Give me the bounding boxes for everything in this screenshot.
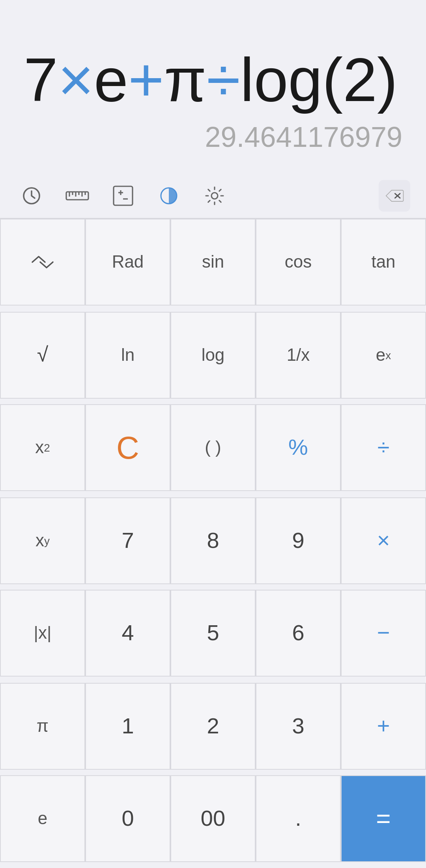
9-button[interactable]: 9 (256, 497, 341, 584)
abs-button[interactable]: |x| (0, 590, 85, 677)
plusminus-icon[interactable] (107, 180, 139, 212)
5-button[interactable]: 5 (170, 590, 256, 677)
7-button[interactable]: 7 (85, 497, 170, 584)
result-display: 29.4641176979 (24, 114, 402, 166)
tan-button[interactable]: tan (341, 219, 426, 306)
toolbar (0, 174, 426, 219)
clear-button[interactable]: C (85, 404, 170, 491)
1-button[interactable]: 1 (85, 682, 170, 769)
calc-grid: Rad sin cos tan √ ln log 1/x ex x2 C ( )… (0, 219, 426, 868)
3-button[interactable]: 3 (256, 682, 341, 769)
6-button[interactable]: 6 (256, 590, 341, 677)
expr-e: e (94, 45, 128, 114)
svg-rect-8 (114, 186, 133, 205)
expr-div: ÷ (206, 45, 240, 114)
settings-icon[interactable] (199, 180, 230, 212)
add-button[interactable]: + (341, 682, 426, 769)
cos-button[interactable]: cos (256, 219, 341, 306)
double-zero-button[interactable]: 00 (170, 775, 256, 862)
decimal-button[interactable]: . (256, 775, 341, 862)
euler-button[interactable]: e (0, 775, 85, 862)
exp-button[interactable]: ex (341, 311, 426, 398)
calculator-app: 7×e+π÷log(2) 29.4641176979 (0, 0, 426, 868)
expr-times: × (58, 45, 94, 114)
shift-button[interactable] (0, 219, 85, 306)
expr-plus: + (128, 45, 164, 114)
ln-button[interactable]: ln (85, 311, 170, 398)
2-button[interactable]: 2 (170, 682, 256, 769)
sqrt-button[interactable]: √ (0, 311, 85, 398)
equals-button[interactable]: = (341, 775, 426, 862)
theme-icon[interactable] (153, 180, 185, 212)
pi-button[interactable]: π (0, 682, 85, 769)
log-button[interactable]: log (170, 311, 256, 398)
expression: 7×e+π÷log(2) (24, 47, 402, 114)
0-button[interactable]: 0 (85, 775, 170, 862)
parentheses-button[interactable]: ( ) (170, 404, 256, 491)
expr-7: 7 (24, 45, 58, 114)
rad-button[interactable]: Rad (85, 219, 170, 306)
history-icon[interactable] (16, 180, 47, 212)
multiply-button[interactable]: × (341, 497, 426, 584)
backspace-button[interactable] (379, 180, 410, 212)
expr-pi: π (164, 45, 207, 114)
reciprocal-button[interactable]: 1/x (256, 311, 341, 398)
4-button[interactable]: 4 (85, 590, 170, 677)
power-button[interactable]: xy (0, 497, 85, 584)
svg-point-14 (211, 193, 218, 199)
divide-button[interactable]: ÷ (341, 404, 426, 491)
subtract-button[interactable]: − (341, 590, 426, 677)
expr-log2: log(2) (240, 45, 398, 114)
percent-button[interactable]: % (256, 404, 341, 491)
square-button[interactable]: x2 (0, 404, 85, 491)
display-area: 7×e+π÷log(2) 29.4641176979 (0, 0, 426, 174)
ruler-icon[interactable] (62, 180, 93, 212)
8-button[interactable]: 8 (170, 497, 256, 584)
sin-button[interactable]: sin (170, 219, 256, 306)
